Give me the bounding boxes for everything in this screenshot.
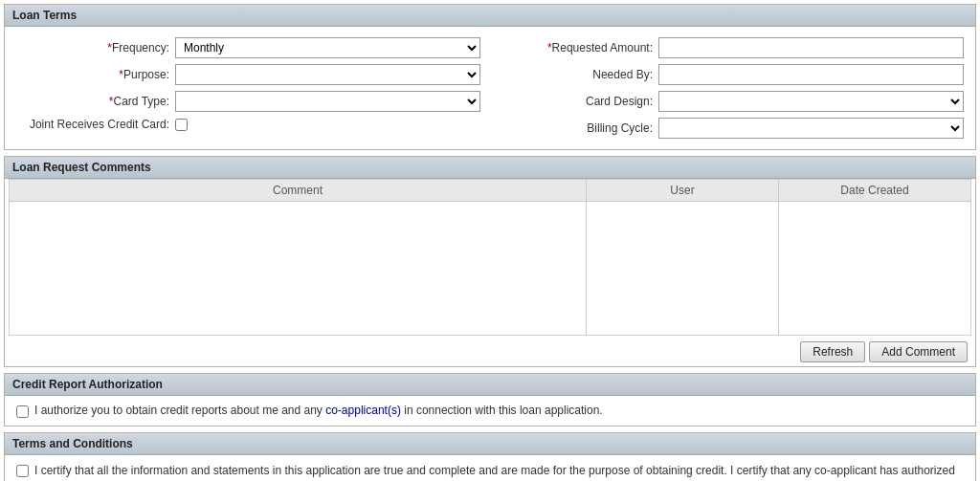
credit-report-checkbox[interactable]	[16, 405, 29, 418]
terms-checkbox[interactable]	[16, 465, 29, 477]
refresh-button[interactable]: Refresh	[800, 341, 865, 362]
date-column-header: Date Created	[779, 180, 971, 202]
terms-header: Terms and Conditions	[5, 433, 975, 455]
purpose-select[interactable]	[175, 64, 480, 85]
card-design-label: Card Design:	[500, 95, 653, 108]
purpose-row: *Purpose:	[16, 61, 480, 88]
frequency-required-star: *	[107, 41, 112, 55]
card-type-select[interactable]	[175, 91, 480, 112]
terms-text: I certify that all the information and s…	[34, 463, 964, 481]
card-type-label: *Card Type:	[16, 95, 169, 108]
needed-by-input[interactable]	[658, 64, 964, 85]
terms-body: I certify that all the information and s…	[5, 455, 975, 481]
requested-amount-required-star: *	[547, 41, 552, 55]
credit-report-section: Credit Report Authorization I authorize …	[4, 373, 976, 426]
loan-terms-body: *Frequency: Monthly Weekly Bi-Weekly Sem…	[5, 27, 975, 149]
joint-receives-row: Joint Receives Credit Card:	[16, 115, 480, 134]
joint-receives-checkbox[interactable]	[175, 119, 188, 131]
joint-receives-label: Joint Receives Credit Card:	[16, 118, 169, 131]
card-type-row: *Card Type:	[16, 88, 480, 115]
terms-title: Terms and Conditions	[12, 437, 133, 450]
card-design-select[interactable]	[658, 91, 964, 112]
terms-row: I certify that all the information and s…	[12, 459, 968, 481]
billing-cycle-select[interactable]	[658, 118, 964, 139]
comments-actions-bar: Refresh Add Comment	[9, 336, 971, 366]
billing-cycle-row: Billing Cycle:	[500, 115, 964, 142]
card-design-row: Card Design:	[500, 88, 964, 115]
purpose-required-star: *	[119, 68, 123, 81]
needed-by-label: Needed By:	[500, 68, 653, 81]
add-comment-button[interactable]: Add Comment	[869, 341, 968, 362]
left-column: *Frequency: Monthly Weekly Bi-Weekly Sem…	[16, 34, 480, 142]
user-cell	[587, 202, 779, 336]
co-applicant-link[interactable]: co-applicant(s)	[325, 404, 401, 417]
loan-terms-section: Loan Terms *Frequency: Monthly Weekly Bi…	[4, 4, 976, 150]
loan-terms-header: Loan Terms	[5, 5, 975, 27]
purpose-label: *Purpose:	[16, 68, 169, 81]
credit-report-row: I authorize you to obtain credit reports…	[12, 400, 968, 422]
date-cell	[779, 202, 971, 336]
comment-column-header: Comment	[10, 180, 587, 202]
comments-table-header-row: Comment User Date Created	[10, 180, 971, 202]
requested-amount-label: *Requested Amount:	[500, 41, 653, 55]
loan-terms-title: Loan Terms	[12, 9, 77, 22]
comments-empty-row	[10, 202, 971, 336]
right-column: *Requested Amount: Needed By: Card Desig…	[500, 34, 964, 142]
loan-comments-body: Comment User Date Created Refresh Add Co…	[5, 179, 975, 366]
frequency-row: *Frequency: Monthly Weekly Bi-Weekly Sem…	[16, 34, 480, 61]
card-type-required-star: *	[109, 95, 114, 108]
user-column-header: User	[587, 180, 779, 202]
credit-report-title: Credit Report Authorization	[12, 378, 163, 391]
credit-report-body: I authorize you to obtain credit reports…	[5, 396, 975, 426]
loan-terms-grid: *Frequency: Monthly Weekly Bi-Weekly Sem…	[16, 34, 964, 142]
billing-cycle-label: Billing Cycle:	[500, 121, 653, 135]
credit-report-text: I authorize you to obtain credit reports…	[34, 404, 603, 417]
comments-table: Comment User Date Created	[9, 179, 971, 336]
terms-section: Terms and Conditions I certify that all …	[4, 432, 976, 481]
loan-comments-title: Loan Request Comments	[12, 161, 151, 174]
loan-comments-header: Loan Request Comments	[5, 157, 975, 179]
requested-amount-row: *Requested Amount:	[500, 34, 964, 61]
needed-by-row: Needed By:	[500, 61, 964, 88]
credit-report-header: Credit Report Authorization	[5, 374, 975, 396]
requested-amount-input[interactable]	[658, 37, 964, 58]
frequency-select[interactable]: Monthly Weekly Bi-Weekly Semi-Monthly Qu…	[175, 37, 480, 58]
frequency-label: *Frequency:	[16, 41, 169, 55]
comment-cell	[10, 202, 587, 336]
loan-comments-section: Loan Request Comments Comment User Date …	[4, 156, 976, 367]
